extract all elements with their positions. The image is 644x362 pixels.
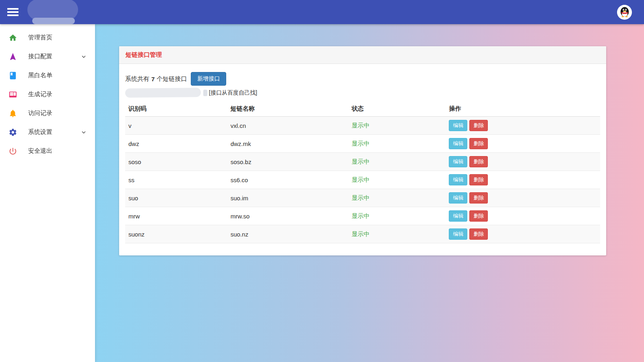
sidebar-item-blacklist[interactable]: 黑白名单 [0,66,95,85]
cell-name: ss6.co [227,171,349,189]
edit-button[interactable]: 编辑 [449,174,467,185]
navigation-icon [8,52,18,62]
table-row: suo suo.im 显示中 编辑删除 [125,189,600,207]
cell-name: vxl.cn [227,117,349,135]
sidebar-item-label: 黑白名单 [28,72,52,79]
user-avatar[interactable] [617,5,632,20]
status-badge: 显示中 [349,117,446,135]
sidebar-item-visit-log[interactable]: 访问记录 [0,104,95,123]
header-name: 短链名称 [227,101,349,117]
summary-row: 系统共有 7 个短链接口 新增接口 [125,72,600,86]
sidebar-item-label: 生成记录 [28,90,52,98]
cell-code: suo [125,189,227,207]
cell-code: v [125,117,227,135]
cell-code: mrw [125,207,227,225]
chevron-down-icon [80,53,87,60]
table-header-row: 识别码 短链名称 状态 操作 [125,101,600,117]
power-icon [8,146,18,156]
cell-name: dwz.mk [227,135,349,153]
sidebar-item-generate-log[interactable]: 生成记录 [0,85,95,104]
panel-title: 短链接口管理 [119,46,606,64]
delete-button[interactable]: 删除 [469,228,488,240]
status-badge: 显示中 [349,135,446,153]
cell-name: suo.im [227,189,349,207]
sidebar-item-label: 访问记录 [28,109,52,117]
cell-code: soso [125,153,227,171]
sidebar-item-api-config[interactable]: 接口配置 [0,47,95,66]
table-row: dwz dwz.mk 显示中 编辑删除 [125,135,600,153]
sidebar-item-settings[interactable]: 系统设置 [0,123,95,142]
header-status: 状态 [349,101,446,117]
status-badge: 显示中 [349,189,446,207]
cell-code: suonz [125,225,227,243]
summary-count: 7 [151,76,155,82]
book-icon [8,71,18,80]
cell-name: suo.nz [227,225,349,243]
edit-button[interactable]: 编辑 [449,228,467,240]
cell-name: soso.bz [227,153,349,171]
top-navbar [0,0,644,24]
delete-button[interactable]: 删除 [469,192,488,204]
delete-button[interactable]: 删除 [469,156,488,167]
edit-button[interactable]: 编辑 [449,192,467,204]
edit-button[interactable]: 编辑 [449,120,467,131]
delete-button[interactable]: 删除 [469,174,488,185]
censored-text-fragment [203,90,207,96]
status-badge: 显示中 [349,171,446,189]
censored-text-blob [125,88,201,98]
sidebar: 管理首页 接口配置 黑白名单 生成记录 访问记录 系统设置 [0,24,95,362]
sidebar-item-dashboard[interactable]: 管理首页 [0,28,95,47]
status-badge: 显示中 [349,225,446,243]
table-row: soso soso.bz 显示中 编辑删除 [125,153,600,171]
summary-prefix: 系统共有 [125,75,149,83]
table-row: v vxl.cn 显示中 编辑删除 [125,117,600,135]
header-code: 识别码 [125,101,227,117]
note-row: [接口从百度自己找] [125,87,600,98]
gear-icon [8,128,18,137]
edit-button[interactable]: 编辑 [449,138,467,149]
table-row: suonz suo.nz 显示中 编辑删除 [125,225,600,243]
cell-name: mrw.so [227,207,349,225]
cell-code: dwz [125,135,227,153]
status-badge: 显示中 [349,207,446,225]
summary-suffix: 个短链接口 [157,75,187,83]
edit-button[interactable]: 编辑 [449,210,467,222]
edit-button[interactable]: 编辑 [449,156,467,167]
sidebar-item-label: 系统设置 [28,128,52,136]
shortlink-panel: 短链接口管理 系统共有 7 个短链接口 新增接口 [接口从百度自己找] 识别码 … [119,46,606,255]
delete-button[interactable]: 删除 [469,138,488,149]
interface-table: 识别码 短链名称 状态 操作 v vxl.cn 显示中 编辑删除 dwz [125,101,600,243]
table-row: ss ss6.co 显示中 编辑删除 [125,171,600,189]
sidebar-item-label: 接口配置 [28,53,52,60]
delete-button[interactable]: 删除 [469,210,488,222]
cell-code: ss [125,171,227,189]
status-badge: 显示中 [349,153,446,171]
delete-button[interactable]: 删除 [469,120,488,131]
header-action: 操作 [446,101,600,117]
chevron-down-icon [80,129,87,136]
menu-toggle-icon[interactable] [7,6,19,18]
card-icon [8,90,18,99]
logo-censored-blob [27,1,78,23]
bell-icon [8,109,18,118]
note-text: [接口从百度自己找] [209,89,257,97]
qq-penguin-icon [619,6,631,18]
main-content: 短链接口管理 系统共有 7 个短链接口 新增接口 [接口从百度自己找] 识别码 … [95,24,644,362]
table-row: mrw mrw.so 显示中 编辑删除 [125,207,600,225]
sidebar-item-label: 安全退出 [28,147,52,155]
add-interface-button[interactable]: 新增接口 [191,72,226,86]
sidebar-item-logout[interactable]: 安全退出 [0,142,95,160]
home-icon [8,33,18,43]
sidebar-item-label: 管理首页 [28,34,52,41]
